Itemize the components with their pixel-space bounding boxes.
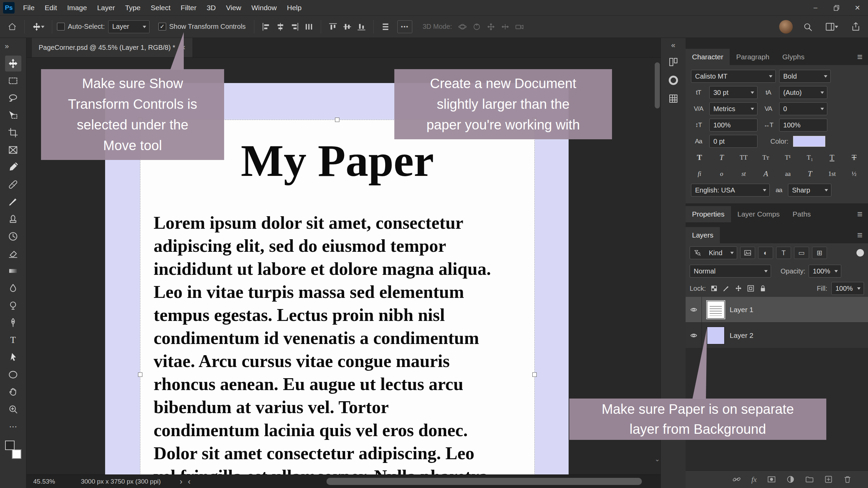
filter-toggle[interactable] xyxy=(856,249,864,257)
eyedropper-tool[interactable] xyxy=(5,159,21,175)
align-center-v-button[interactable] xyxy=(340,19,354,35)
filter-smart-objects-button[interactable]: ⊞ xyxy=(812,247,827,259)
menu-item[interactable]: Filter xyxy=(176,0,202,15)
swash-button[interactable]: A xyxy=(758,167,773,180)
rectangular-marquee-tool[interactable] xyxy=(5,73,21,89)
status-chevron-left-icon[interactable]: ‹ xyxy=(188,477,191,486)
tab-properties[interactable]: Properties xyxy=(686,206,731,222)
show-transform-checkbox[interactable]: ✓ xyxy=(158,23,166,30)
align-left-button[interactable] xyxy=(259,19,273,35)
panel-menu-icon[interactable]: ≡ xyxy=(852,49,868,65)
more-align-options-button[interactable]: ••• xyxy=(397,20,413,33)
kerning-dropdown[interactable]: Metrics xyxy=(709,102,757,115)
lock-all-icon[interactable] xyxy=(759,284,767,292)
align-right-button[interactable] xyxy=(288,19,302,35)
eraser-tool[interactable] xyxy=(5,246,21,262)
move-tool[interactable] xyxy=(5,56,21,72)
tab-glyphs[interactable]: Glyphs xyxy=(776,49,811,65)
ordinals-button[interactable]: 1st xyxy=(824,167,840,180)
home-button[interactable] xyxy=(5,19,20,35)
blend-mode-dropdown[interactable]: Normal xyxy=(690,265,771,278)
panel-menu-icon[interactable]: ≡ xyxy=(852,227,868,243)
lasso-tool[interactable] xyxy=(5,90,21,106)
underline-button[interactable]: T xyxy=(824,151,840,164)
font-size-dropdown[interactable]: 30 pt xyxy=(709,86,757,99)
leading-dropdown[interactable]: (Auto) xyxy=(779,86,827,99)
menu-item[interactable]: Select xyxy=(145,0,175,15)
transform-handle-top-center[interactable] xyxy=(335,118,339,122)
adjustment-layer-icon[interactable] xyxy=(786,475,795,484)
distribute-h-button[interactable] xyxy=(302,19,316,35)
subscript-button[interactable]: T₁ xyxy=(802,151,818,164)
transform-handle-middle-left[interactable] xyxy=(138,372,142,377)
auto-select-checkbox[interactable] xyxy=(57,23,65,30)
menu-item[interactable]: File xyxy=(18,0,40,15)
tab-paths[interactable]: Paths xyxy=(786,206,817,222)
faux-italic-button[interactable]: T xyxy=(714,151,729,164)
align-top-button[interactable] xyxy=(326,19,340,35)
menu-item[interactable]: Edit xyxy=(40,0,62,15)
crop-tool[interactable] xyxy=(5,125,21,141)
ligatures-button[interactable]: fi xyxy=(692,167,707,180)
hand-tool[interactable] xyxy=(5,384,21,400)
spot-healing-brush-tool[interactable] xyxy=(5,177,21,192)
horizontal-scale-field[interactable]: 100% xyxy=(779,119,827,131)
close-tab-icon[interactable]: ✕ xyxy=(181,44,186,52)
foreground-color-swatch[interactable] xyxy=(5,441,15,450)
contextual-alternates-button[interactable]: o xyxy=(714,167,729,180)
layer-thumbnail[interactable] xyxy=(707,301,725,319)
layer-row-2[interactable]: Layer 2 xyxy=(686,323,868,348)
delete-layer-icon[interactable] xyxy=(843,475,852,484)
share-button[interactable] xyxy=(848,19,863,35)
filter-pixel-layers-button[interactable] xyxy=(740,247,755,259)
path-selection-tool[interactable] xyxy=(5,349,21,365)
user-avatar[interactable] xyxy=(779,20,793,34)
font-style-dropdown[interactable]: Bold xyxy=(779,70,831,83)
auto-select-target-dropdown[interactable]: Layer xyxy=(108,20,150,33)
frame-tool[interactable] xyxy=(5,142,21,158)
strikethrough-button[interactable]: T xyxy=(846,151,862,164)
vertical-scale-field[interactable]: 100% xyxy=(709,119,757,131)
restore-button[interactable] xyxy=(826,0,847,15)
new-layer-icon[interactable] xyxy=(824,475,833,484)
grid-panel-button[interactable] xyxy=(665,90,682,107)
panel-columns-button[interactable] xyxy=(665,54,682,70)
small-caps-button[interactable]: Tᴛ xyxy=(758,151,773,164)
brush-tool[interactable] xyxy=(5,194,21,210)
gradient-tool[interactable] xyxy=(5,263,21,279)
tracking-dropdown[interactable]: 0 xyxy=(779,102,827,115)
menu-item[interactable]: Type xyxy=(120,0,146,15)
discretionary-ligatures-button[interactable]: st xyxy=(736,167,751,180)
blur-tool[interactable] xyxy=(5,280,21,296)
zoom-tool[interactable] xyxy=(5,401,21,417)
superscript-button[interactable]: T¹ xyxy=(780,151,796,164)
transform-handle-middle-right[interactable] xyxy=(532,372,537,377)
distribute-v-button[interactable] xyxy=(378,19,393,35)
align-center-h-button[interactable] xyxy=(273,19,288,35)
status-chevron-right-icon[interactable]: › xyxy=(180,477,182,486)
menu-item[interactable]: Window xyxy=(246,0,282,15)
filter-type-layers-button[interactable]: T xyxy=(776,247,791,259)
lock-transparent-pixels-icon[interactable] xyxy=(710,284,718,292)
tab-paragraph[interactable]: Paragraph xyxy=(730,49,776,65)
document-tab[interactable]: PageCorner.psd @ 45.5% (Layer 1, RGB/8) … xyxy=(32,38,193,57)
scroll-down-icon[interactable]: ⌄ xyxy=(655,455,660,463)
collapse-panels-button[interactable]: « xyxy=(661,38,686,53)
dodge-tool[interactable] xyxy=(5,298,21,313)
object-selection-tool[interactable] xyxy=(5,107,21,123)
panel-menu-icon[interactable]: ≡ xyxy=(852,206,868,222)
ellipse-tool[interactable] xyxy=(5,367,21,383)
layer-visibility-toggle[interactable] xyxy=(686,323,702,348)
history-brush-tool[interactable] xyxy=(5,228,21,244)
zoom-level-field[interactable]: 45.53% xyxy=(33,478,55,485)
faux-bold-button[interactable]: T xyxy=(692,151,707,164)
layer-name[interactable]: Layer 1 xyxy=(730,306,753,314)
current-tool-button[interactable] xyxy=(29,19,47,35)
menu-item[interactable]: Help xyxy=(282,0,307,15)
collapse-tools-button[interactable]: » xyxy=(0,38,26,55)
vertical-scrollbar-thumb[interactable] xyxy=(655,62,660,108)
link-layers-icon[interactable] xyxy=(732,475,741,484)
align-bottom-button[interactable] xyxy=(354,19,369,35)
text-color-swatch[interactable] xyxy=(793,136,825,147)
menu-item[interactable]: View xyxy=(221,0,246,15)
